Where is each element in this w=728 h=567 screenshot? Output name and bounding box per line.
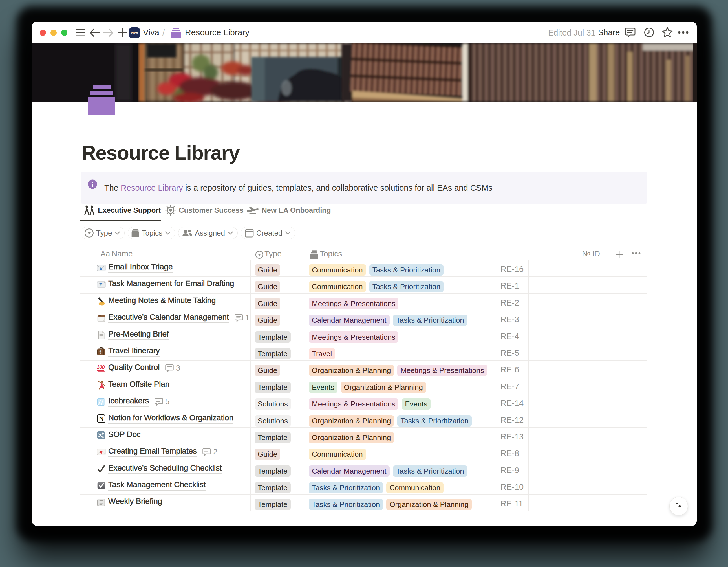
svg-text:E: E [100,266,102,270]
svg-text:100: 100 [97,365,105,370]
svg-text:N: N [99,415,103,422]
svg-text:E: E [100,282,102,288]
svg-text:i: i [92,181,94,188]
